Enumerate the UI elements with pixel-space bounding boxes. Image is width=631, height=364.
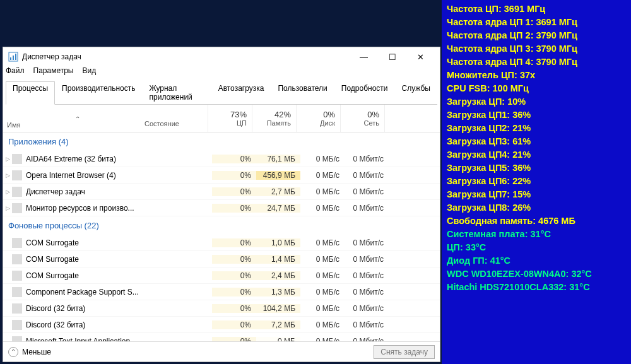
osd-line: Загрузка ЦП6: 22%: [447, 175, 626, 188]
memory-cell: 2,7 МБ: [256, 187, 300, 196]
menu-item[interactable]: Файл: [6, 66, 25, 79]
process-icon: [12, 271, 22, 281]
column-name[interactable]: Имя ⌃: [3, 105, 141, 132]
osd-line: Загрузка ЦП3: 61%: [447, 135, 626, 148]
column-metric[interactable]: 0%Сеть: [341, 105, 385, 132]
tab[interactable]: Автозагрузка: [211, 81, 271, 104]
process-name: COM Surrogate: [26, 271, 144, 280]
tab[interactable]: Службы: [395, 81, 437, 104]
disk-cell: 0 МБ/с: [300, 337, 345, 342]
cpu-cell: 0%: [212, 271, 256, 280]
osd-line: Диод ГП: 41°C: [447, 254, 626, 267]
table-row[interactable]: COM Surrogate0%1,4 МБ0 МБ/с0 Мбит/с: [3, 251, 440, 267]
menu-item[interactable]: Вид: [82, 66, 96, 79]
expand-icon[interactable]: ▷: [3, 156, 12, 162]
table-row[interactable]: Microsoft Text Input Application0%0 МБ0 …: [3, 333, 440, 341]
expand-icon[interactable]: ▷: [3, 189, 12, 195]
column-state[interactable]: Состояние: [141, 105, 208, 132]
tab[interactable]: Производительность: [55, 81, 142, 104]
table-row[interactable]: ▷AIDA64 Extreme (32 бита)0%76,1 МБ0 МБ/с…: [3, 151, 440, 167]
memory-cell: 1,4 МБ: [256, 255, 300, 264]
disk-cell: 0 МБ/с: [300, 288, 345, 296]
tab[interactable]: Пользователи: [271, 81, 334, 104]
minimize-button[interactable]: —: [350, 48, 378, 66]
process-icon: [12, 170, 22, 180]
osd-line: Частота ядра ЦП 2: 3790 МГц: [447, 29, 626, 42]
memory-cell: 456,9 МБ: [256, 171, 300, 180]
table-row[interactable]: COM Surrogate0%2,4 МБ0 МБ/с0 Мбит/с: [3, 267, 440, 284]
cpu-cell: 0%: [212, 304, 256, 313]
process-name: Discord (32 бита): [26, 320, 144, 329]
collapse-icon[interactable]: ⌃: [8, 347, 18, 357]
network-cell: 0 Мбит/с: [345, 271, 389, 280]
process-name: COM Surrogate: [26, 238, 144, 247]
titlebar[interactable]: Диспетчер задач — ☐ ✕: [3, 47, 440, 66]
process-list[interactable]: Приложения (4)▷AIDA64 Extreme (32 бита)0…: [3, 132, 440, 341]
tab[interactable]: Процессы: [6, 81, 55, 105]
table-row[interactable]: Discord (32 бита)0%104,2 МБ0 МБ/с0 Мбит/…: [3, 300, 440, 317]
fewer-details-link[interactable]: Меньше: [22, 348, 51, 356]
column-metric[interactable]: 0%Диск: [297, 105, 341, 132]
expand-icon[interactable]: ▷: [3, 205, 12, 211]
memory-cell: 76,1 МБ: [256, 155, 300, 163]
osd-line: Hitachi HDS721010CLA332: 31°C: [447, 281, 626, 294]
process-icon: [12, 336, 22, 342]
close-button[interactable]: ✕: [406, 48, 435, 66]
process-name: Opera Internet Browser (4): [26, 171, 144, 180]
process-icon: [12, 303, 22, 314]
osd-line: CPU FSB: 100 МГц: [447, 82, 626, 95]
column-metric[interactable]: 42%Память: [252, 105, 297, 132]
process-icon: [12, 320, 22, 330]
maximize-button[interactable]: ☐: [378, 48, 406, 66]
tab[interactable]: Подробности: [334, 81, 395, 104]
cpu-cell: 0%: [212, 255, 256, 264]
process-icon: [12, 203, 22, 213]
memory-cell: 0 МБ: [256, 337, 300, 342]
osd-line: Частота ЦП: 3691 МГц: [447, 3, 626, 16]
process-name: Component Package Support S...: [26, 288, 144, 296]
group-header[interactable]: Приложения (4): [3, 132, 440, 151]
footer: ⌃ Меньше Снять задачу: [3, 341, 440, 361]
osd-line: Частота ядра ЦП 3: 3790 МГц: [447, 42, 626, 56]
process-icon: [12, 187, 22, 197]
table-row[interactable]: ▷Opera Internet Browser (4)0%456,9 МБ0 М…: [3, 167, 440, 184]
tab[interactable]: Журнал приложений: [143, 81, 211, 104]
task-manager-window: Диспетчер задач — ☐ ✕ ФайлПараметрыВид П…: [3, 47, 440, 362]
group-header[interactable]: Фоновые процессы (22): [3, 216, 440, 235]
svg-rect-3: [15, 54, 16, 60]
process-icon: [12, 238, 22, 248]
disk-cell: 0 МБ/с: [300, 320, 345, 329]
menu-item[interactable]: Параметры: [33, 66, 74, 79]
network-cell: 0 Мбит/с: [345, 255, 389, 264]
svg-rect-1: [10, 57, 11, 60]
cpu-cell: 0%: [212, 171, 256, 180]
network-cell: 0 Мбит/с: [345, 337, 389, 342]
osd-line: Загрузка ЦП8: 26%: [447, 201, 626, 214]
cpu-cell: 0%: [212, 155, 256, 163]
end-task-button[interactable]: Снять задачу: [374, 345, 435, 359]
process-name: AIDA64 Extreme (32 бита): [26, 155, 144, 163]
cpu-cell: 0%: [212, 187, 256, 196]
cpu-cell: 0%: [212, 337, 256, 342]
network-cell: 0 Мбит/с: [345, 187, 389, 196]
disk-cell: 0 МБ/с: [300, 171, 345, 180]
table-row[interactable]: ▷Монитор ресурсов и произво...0%24,7 МБ0…: [3, 200, 440, 216]
expand-icon[interactable]: ▷: [3, 172, 12, 179]
network-cell: 0 Мбит/с: [345, 171, 389, 180]
network-cell: 0 Мбит/с: [345, 304, 389, 313]
table-row[interactable]: COM Surrogate0%1,0 МБ0 МБ/с0 Мбит/с: [3, 235, 440, 251]
process-name: COM Surrogate: [26, 255, 144, 264]
table-row[interactable]: ▷Диспетчер задач0%2,7 МБ0 МБ/с0 Мбит/с: [3, 184, 440, 200]
network-cell: 0 Мбит/с: [345, 204, 389, 213]
tabs: ПроцессыПроизводительностьЖурнал приложе…: [6, 81, 437, 105]
disk-cell: 0 МБ/с: [300, 187, 345, 196]
column-metric[interactable]: 73%ЦП: [208, 105, 252, 132]
osd-line: Загрузка ЦП2: 21%: [447, 122, 626, 135]
process-icon: [12, 254, 22, 264]
table-row[interactable]: Component Package Support S...0%1,3 МБ0 …: [3, 284, 440, 300]
osd-line: Загрузка ЦП7: 15%: [447, 188, 626, 201]
process-icon: [12, 154, 22, 164]
cpu-cell: 0%: [212, 204, 256, 213]
memory-cell: 7,2 МБ: [256, 320, 300, 329]
table-row[interactable]: Discord (32 бита)0%7,2 МБ0 МБ/с0 Мбит/с: [3, 317, 440, 333]
